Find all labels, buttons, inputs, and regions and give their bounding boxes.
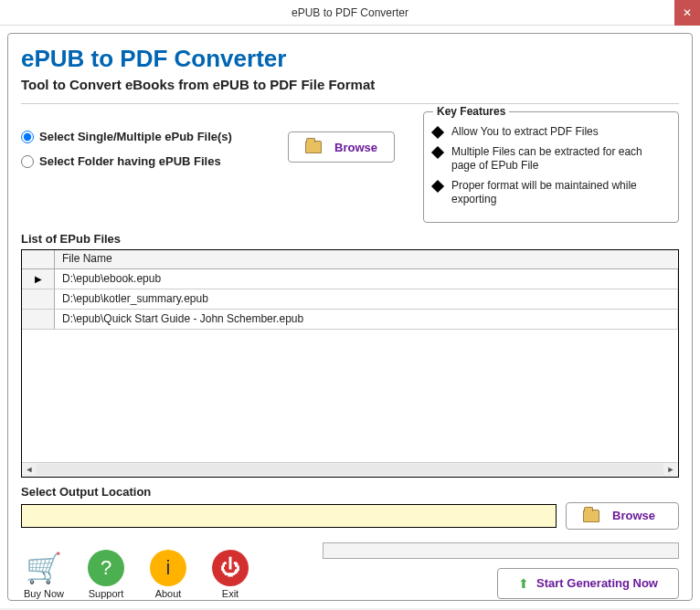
titlebar: ePUB to PDF Converter ✕ <box>0 0 700 26</box>
progress-bar <box>323 542 679 559</box>
radio-folder-input[interactable] <box>21 155 34 168</box>
browse-source-label: Browse <box>334 141 377 154</box>
features-groupbox: Key Features Allow You to extract PDF Fi… <box>423 111 679 223</box>
buy-now-button[interactable]: 🛒 Buy Now <box>21 550 67 599</box>
diamond-icon <box>431 126 444 139</box>
grid-header-row: File Name <box>22 250 678 269</box>
scroll-right-icon[interactable]: ► <box>663 462 678 477</box>
file-grid: File Name ▶ D:\epub\ebook.epub D:\epub\k… <box>21 249 679 478</box>
grid-label: List of EPub Files <box>21 232 679 246</box>
table-row[interactable]: D:\epub\Quick Start Guide - John Schembe… <box>22 310 678 330</box>
radio-single-label: Select Single/Multiple ePub File(s) <box>39 130 232 143</box>
grid-corner <box>22 250 55 268</box>
output-location-input[interactable] <box>21 504 557 528</box>
main-panel: ePUB to PDF Converter Tool to Convert eB… <box>7 33 693 601</box>
scroll-left-icon[interactable]: ◄ <box>22 462 37 477</box>
feature-item: Multiple Files can be extracted for each… <box>433 145 669 174</box>
window-title: ePUB to PDF Converter <box>292 6 408 19</box>
feature-text: Allow You to extract PDF Files <box>451 125 599 140</box>
start-generating-button[interactable]: ⬆ Start Generating Now <box>497 568 679 599</box>
grid-cell[interactable]: D:\epub\ebook.epub <box>55 269 678 289</box>
radio-folder-label: Select Folder having ePUB Files <box>39 154 221 168</box>
horizontal-scrollbar[interactable]: ◄ ► <box>22 462 678 477</box>
about-button[interactable]: i About <box>145 550 191 599</box>
source-radio-group: Select Single/Multiple ePub File(s) Sele… <box>21 111 277 223</box>
info-icon: i <box>150 550 186 586</box>
folder-icon <box>583 510 599 522</box>
up-arrow-icon: ⬆ <box>518 576 529 591</box>
exit-button[interactable]: ⏻ Exit <box>207 550 253 599</box>
exit-label: Exit <box>222 588 239 599</box>
row-indicator <box>22 289 55 309</box>
power-icon: ⏻ <box>212 550 249 586</box>
feature-item: Allow You to extract PDF Files <box>433 125 669 140</box>
divider <box>21 103 679 104</box>
question-icon: ? <box>88 550 124 586</box>
diamond-icon <box>431 146 444 159</box>
feature-text: Proper format will be maintained while e… <box>451 179 669 207</box>
features-legend: Key Features <box>433 105 509 118</box>
row-indicator <box>22 310 55 329</box>
grid-cell[interactable]: D:\epub\Quick Start Guide - John Schembe… <box>55 310 678 329</box>
grid-body: ▶ D:\epub\ebook.epub D:\epub\kotler_summ… <box>22 269 678 462</box>
buy-label: Buy Now <box>24 588 64 599</box>
radio-single-input[interactable] <box>21 131 34 143</box>
about-label: About <box>155 588 182 599</box>
diamond-icon <box>431 180 444 193</box>
output-label: Select Output Location <box>21 485 679 499</box>
support-label: Support <box>89 588 124 599</box>
browse-output-button[interactable]: Browse <box>566 502 679 530</box>
start-label: Start Generating Now <box>536 576 658 590</box>
app-heading: ePUB to PDF Converter <box>21 45 679 73</box>
grid-cell[interactable]: D:\epub\kotler_summary.epub <box>55 289 678 309</box>
table-row[interactable]: D:\epub\kotler_summary.epub <box>22 289 678 310</box>
scroll-track[interactable] <box>37 464 663 475</box>
grid-column-filename[interactable]: File Name <box>55 250 678 268</box>
row-indicator-icon: ▶ <box>22 269 55 289</box>
close-button[interactable]: ✕ <box>674 0 700 26</box>
browse-source-button[interactable]: Browse <box>288 131 395 163</box>
radio-folder[interactable]: Select Folder having ePUB Files <box>21 154 277 168</box>
folder-icon <box>305 141 322 153</box>
browse-output-label: Browse <box>612 509 655 522</box>
app-subheading: Tool to Convert eBooks from ePUB to PDF … <box>21 77 679 92</box>
feature-text: Multiple Files can be extracted for each… <box>451 145 669 174</box>
feature-item: Proper format will be maintained while e… <box>433 179 669 207</box>
table-row[interactable]: ▶ D:\epub\ebook.epub <box>22 269 678 289</box>
support-button[interactable]: ? Support <box>83 550 129 599</box>
cart-icon: 🛒 <box>26 550 62 586</box>
radio-single-files[interactable]: Select Single/Multiple ePub File(s) <box>21 130 277 143</box>
